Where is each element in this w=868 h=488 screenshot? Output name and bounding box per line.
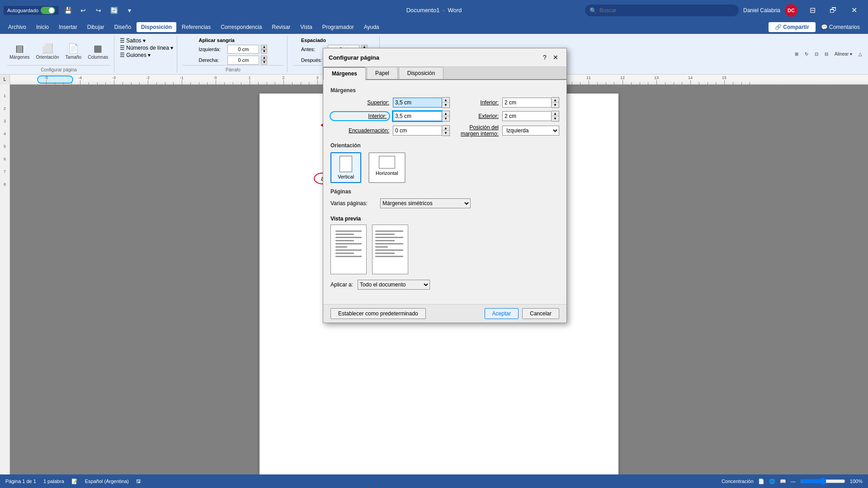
tamano-button[interactable]: 📄 Tamaño [63,42,84,61]
interior-spin-down[interactable]: ▼ [442,116,449,121]
inferior-spin-down[interactable]: ▼ [552,103,559,108]
derecha-spin-up[interactable]: ▲ [261,56,267,60]
orientacion-button[interactable]: ⬜ Orientación [33,42,61,61]
ribbon-right-icons: ⊞ ↻ ⊡ ⊟ Alinear ▾ △ [793,36,864,72]
derecha-spin[interactable]: ▲ ▼ [261,56,267,65]
saltos-button[interactable]: ☰ Saltos ▾ [120,38,145,44]
inferior-input[interactable] [502,98,552,108]
numeros-linea-button[interactable]: ☰ Números de línea ▾ [120,45,173,51]
close-button[interactable]: ✕ [844,0,864,20]
user-name: Daniel Calabria [743,7,780,14]
menu-ayuda[interactable]: Ayuda [359,22,384,32]
encuadernacion-spin-up[interactable]: ▲ [442,126,449,131]
save-button[interactable]: 💾 [61,4,74,17]
collapse-ribbon-button[interactable]: △ [856,50,864,58]
title-bar-left: Autoguardado 💾 ↩ ↪ 🔄 ▾ [4,4,291,17]
dialog-help-button[interactable]: ? [539,52,550,63]
redo-button[interactable]: ↪ [92,4,105,17]
menu-programador[interactable]: Programador [318,22,359,32]
aceptar-button[interactable]: Aceptar [485,308,519,319]
superior-input[interactable] [393,98,442,108]
interior-label: Interior: [330,112,389,120]
dialog-body: Márgenes Superior: ▲ ▼ Inferior: [323,80,566,304]
derecha-spin-down[interactable]: ▼ [261,60,267,65]
exterior-spin[interactable]: ▲ ▼ [552,111,559,122]
zoom-slider[interactable] [800,478,845,485]
encuadernacion-spin-down[interactable]: ▼ [442,131,449,136]
doc-title: Documento1 · Word [406,7,462,14]
interior-input[interactable] [393,111,442,121]
izquierda-spin-down[interactable]: ▼ [261,49,267,54]
inferior-spin[interactable]: ▲ ▼ [552,97,559,108]
zoom-label: 100% [850,479,863,484]
exterior-label: Exterior: [453,113,499,119]
wrap-button[interactable]: ⊟ [822,50,830,58]
inferior-spin-up[interactable]: ▲ [552,98,559,103]
establecer-predeterminado-button[interactable]: Establecer como predeterminado [330,308,426,319]
preview-page-1 [330,225,367,274]
dialog-footer: Establecer como predeterminado Aceptar C… [323,304,566,323]
menu-inicio[interactable]: Inicio [32,22,53,32]
superior-spin[interactable]: ▲ ▼ [442,97,450,108]
izquierda-row: Izquierda: ▲ ▼ [198,45,267,54]
superior-spin-down[interactable]: ▼ [442,103,449,108]
derecha-row: Derecha: ▲ ▼ [198,56,267,65]
tab-margenes[interactable]: Márgenes [323,67,366,80]
interior-spin[interactable]: ▲ ▼ [442,111,450,122]
exterior-input[interactable] [502,111,552,121]
autosave-info-button[interactable]: 🔄 [108,4,120,17]
horizontal-button[interactable]: Horizontal [368,152,406,183]
posicion-select[interactable]: Izquierda [502,126,559,136]
izquierda-spin-up[interactable]: ▲ [261,45,267,49]
guiones-icon: ☰ [120,52,125,58]
menu-vista[interactable]: Vista [296,22,316,32]
encuadernacion-input[interactable] [393,126,442,136]
aplicar-row: Aplicar a: Todo el documento [330,280,559,290]
tab-papel[interactable]: Papel [367,67,398,79]
encuadernacion-spin[interactable]: ▲ ▼ [442,125,450,136]
rotate-button[interactable]: ↻ [802,50,811,58]
margenes-button[interactable]: ▤ Márgenes [7,42,32,61]
view-print-icon[interactable]: 📄 [758,479,764,484]
izquierda-spin[interactable]: ▲ ▼ [261,45,267,54]
view-web-icon[interactable]: 🌐 [769,479,775,484]
menu-archivo[interactable]: Archivo [4,22,31,32]
tab-disposicion[interactable]: Disposición [399,67,443,79]
position-button[interactable]: ⊡ [812,50,821,58]
autosave-switch[interactable] [41,7,55,14]
exterior-spin-up[interactable]: ▲ [552,111,559,116]
restore-button-icon[interactable]: ⊟ [802,0,823,20]
vertical-button[interactable]: Vertical [330,152,361,183]
maximize-button[interactable]: 🗗 [823,0,844,20]
menu-referencias[interactable]: Referencias [177,22,215,32]
title-search-input[interactable] [585,5,739,16]
menu-correspondencia[interactable]: Correspondencia [216,22,266,32]
undo-button[interactable]: ↩ [77,4,90,17]
guiones-button[interactable]: ☰ Guiones ▾ [120,52,151,58]
menu-revisar[interactable]: Revisar [268,22,295,32]
varias-select[interactable]: Márgenes simétricos [380,198,471,208]
exterior-spin-down[interactable]: ▼ [552,116,559,121]
concentration-label[interactable]: Concentración [722,479,754,484]
derecha-input[interactable] [227,56,259,65]
menu-insertar[interactable]: Insertar [54,22,82,32]
aplicar-select[interactable]: Todo el documento [358,280,430,290]
customize-button[interactable]: ▾ [123,4,136,17]
orientacion-icon: ⬜ [42,43,53,54]
menu-dibujar[interactable]: Dibujar [83,22,109,32]
wrap-icon: ⊟ [825,52,828,56]
align-button[interactable]: ⊞ [793,50,801,58]
izquierda-input[interactable] [227,45,259,54]
view-read-icon[interactable]: 📖 [780,479,786,484]
alinear-button[interactable]: Alinear ▾ [832,50,854,58]
share-button[interactable]: 🔗 Compartir [769,22,816,32]
interior-spin-up[interactable]: ▲ [442,111,449,116]
comments-button[interactable]: 💬 Comentarios [816,22,864,32]
columnas-button[interactable]: ▦ Columnas [85,42,110,61]
menu-disposicion[interactable]: Disposición [137,22,176,32]
menu-diseno[interactable]: Diseño [110,22,136,32]
autosave-toggle[interactable]: Autoguardado [4,6,59,15]
dialog-close-button[interactable]: ✕ [550,52,561,63]
superior-spin-up[interactable]: ▲ [442,98,449,103]
cancelar-button[interactable]: Cancelar [522,308,559,319]
